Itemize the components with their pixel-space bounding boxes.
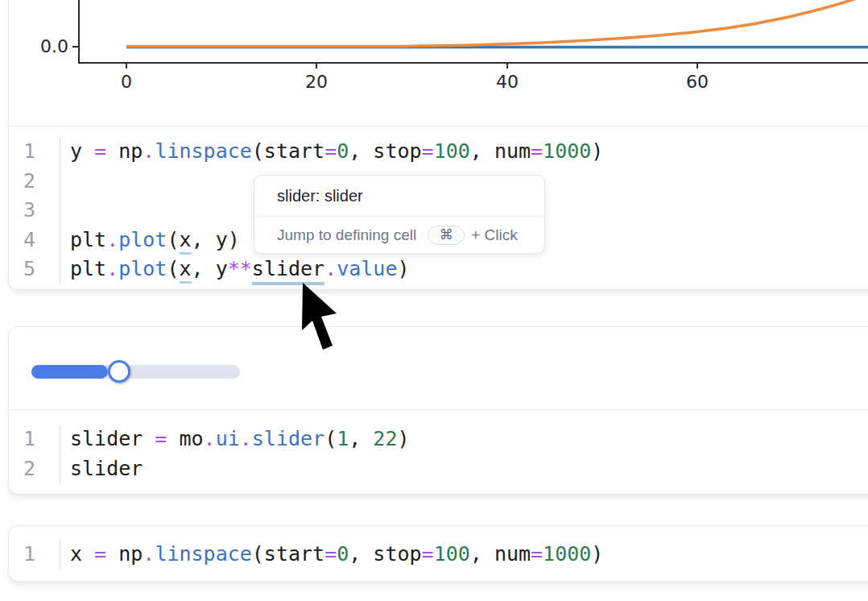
line-number-gutter: 12345 — [9, 137, 60, 284]
command-key-badge: ⌘ — [428, 226, 465, 245]
code-lines[interactable]: x = np.linspace(start=0, stop=100, num=1… — [60, 540, 868, 570]
slider-thumb[interactable] — [108, 360, 130, 383]
x-tick-label-60: 60 — [686, 72, 709, 92]
line-number-gutter: 1 — [9, 540, 60, 570]
slider-track[interactable] — [31, 365, 240, 379]
code-line[interactable]: plt.plot(x, y**slider.value) — [70, 255, 868, 284]
x-tick-label-0: 0 — [121, 72, 132, 92]
notebook-cell-slider: 12 slider = mo.ui.slider(1, 22) slider — [8, 326, 868, 495]
command-key-icon: ⌘ — [440, 226, 453, 243]
code-editor-slider[interactable]: 12 slider = mo.ui.slider(1, 22) slider — [9, 410, 868, 494]
slider-widget-output — [9, 327, 868, 409]
x-tick-label-40: 40 — [496, 72, 519, 92]
tooltip-title: slider: slider — [254, 176, 544, 216]
y-tick-label: 0.0 — [40, 36, 68, 56]
code-lines[interactable]: slider = mo.ui.slider(1, 22) slider — [60, 425, 868, 483]
click-suffix-label: + Click — [471, 226, 518, 244]
slider-fill — [31, 365, 108, 379]
code-line[interactable]: x = np.linspace(start=0, stop=100, num=1… — [70, 540, 868, 570]
x-tick-label-20: 20 — [305, 72, 328, 92]
code-editor-x[interactable]: 1 x = np.linspace(start=0, stop=100, num… — [9, 526, 868, 581]
code-line[interactable]: y = np.linspace(start=0, stop=100, num=1… — [70, 137, 868, 167]
notebook-cell-x: 1 x = np.linspace(start=0, stop=100, num… — [8, 525, 868, 582]
tooltip-action-row[interactable]: Jump to defining cell ⌘ + Click — [254, 217, 544, 253]
line-series-orange — [126, 0, 868, 47]
mouse-cursor-icon — [296, 280, 345, 360]
plot-canvas: 0.0 0 20 40 60 — [9, 0, 868, 126]
code-line[interactable]: slider = mo.ui.slider(1, 22) — [70, 425, 868, 454]
jump-to-cell-label[interactable]: Jump to defining cell — [277, 226, 416, 244]
matplotlib-figure: 0.0 0 20 40 60 — [9, 0, 868, 126]
variable-tooltip: slider: slider Jump to defining cell ⌘ +… — [254, 175, 545, 254]
line-number-gutter: 12 — [9, 425, 60, 483]
x-ticks — [126, 63, 697, 68]
code-line[interactable]: slider — [70, 454, 868, 484]
